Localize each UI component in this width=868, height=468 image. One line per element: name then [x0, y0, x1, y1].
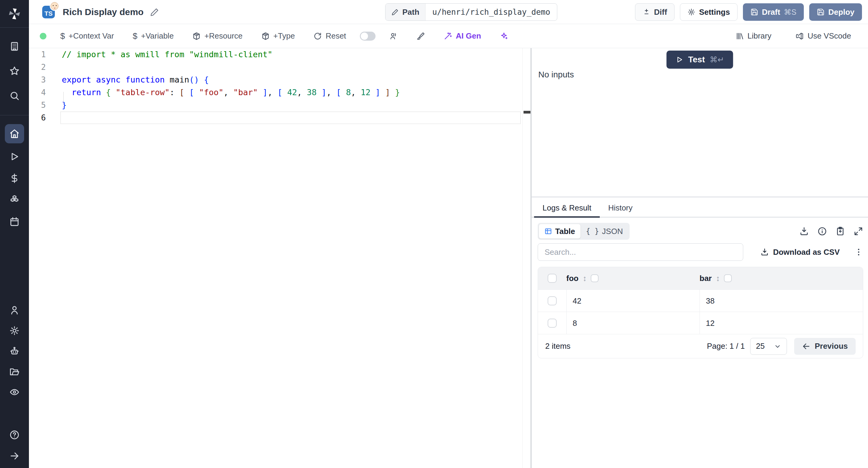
result-table: foo ↕ bar ↕ 4238812 2 items Page: 1 / 1 …	[538, 267, 863, 358]
sidebar-item-search[interactable]	[8, 89, 21, 102]
kebab-menu-icon[interactable]	[854, 247, 863, 257]
no-inputs-label: No inputs	[538, 70, 574, 79]
toolbar-right: Library Use VScode	[731, 31, 856, 41]
line-number: 3	[29, 73, 60, 86]
table-cell: 42	[566, 290, 700, 312]
reset-button[interactable]: Reset	[309, 31, 351, 41]
sidebar-item-settings[interactable]	[8, 324, 21, 337]
line-number: 1	[29, 48, 60, 61]
status-dot	[40, 33, 46, 39]
library-button[interactable]: Library	[731, 31, 776, 41]
tab-history[interactable]: History	[600, 198, 641, 217]
search-input[interactable]	[538, 243, 743, 261]
draft-button[interactable]: Draft ⌘S	[743, 3, 804, 21]
preview-panel: Test ⌘↵ No inputs Logs & Result History …	[532, 48, 868, 468]
arrow-left-icon	[802, 342, 810, 350]
table-cell: 8	[566, 312, 700, 334]
table-cell: 12	[700, 312, 863, 334]
reset-icon	[313, 32, 322, 40]
multiplayer-icon[interactable]	[384, 32, 403, 40]
result-controls: Table { } JSON	[538, 222, 863, 240]
magic-wand-icon	[444, 32, 452, 40]
sidebar-divider	[0, 115, 29, 115]
column-header-bar[interactable]: bar ↕	[700, 274, 863, 283]
sidebar-item-audit-logs[interactable]	[8, 386, 21, 399]
library-icon	[735, 32, 744, 40]
multiplayer-toggle[interactable]	[360, 32, 375, 41]
sidebar-item-workers[interactable]	[8, 344, 21, 358]
row-select-cell[interactable]	[538, 290, 566, 312]
sidebar-expand-icon[interactable]	[8, 449, 21, 463]
add-variable-button[interactable]: $ +Variable	[128, 31, 179, 41]
edit-summary-pencil-icon[interactable]	[150, 7, 159, 16]
use-vscode-button[interactable]: Use VScode	[790, 31, 856, 41]
row-checkbox[interactable]	[548, 296, 557, 305]
code-line[interactable]: // import * as wmill from "windmill-clie…	[62, 48, 273, 61]
result-tabs: Logs & Result History	[532, 199, 868, 218]
sidebar-item-workspace[interactable]	[8, 40, 21, 53]
chevron-down-icon	[774, 343, 781, 350]
path-button[interactable]: Path u/henri/rich_display_demo	[385, 3, 557, 21]
line-number: 6	[29, 111, 60, 124]
sidebar-item-home[interactable]	[5, 124, 24, 143]
previous-page-button[interactable]: Previous	[794, 338, 856, 355]
code-line[interactable]: export async function main() {	[62, 73, 209, 86]
sort-icon[interactable]: ↕	[583, 274, 587, 283]
windmill-logo-icon[interactable]	[0, 0, 29, 28]
sidebar-item-resources[interactable]	[8, 193, 21, 207]
deploy-button[interactable]: Deploy	[809, 3, 862, 21]
column-checkbox[interactable]	[591, 274, 598, 282]
view-toggle-table[interactable]: Table	[539, 224, 581, 238]
expand-icon[interactable]	[854, 227, 863, 236]
sparkles-icon[interactable]	[495, 32, 513, 40]
sidebar-item-users[interactable]	[8, 304, 21, 317]
code-line[interactable]: return { "table-row": [ [ "foo", "bar" ]…	[62, 86, 400, 99]
editor-toolbar: $ +Context Var $ +Variable +Resource +Ty…	[29, 24, 868, 48]
info-icon[interactable]	[817, 227, 827, 236]
view-toggle: Table { } JSON	[538, 223, 629, 240]
settings-button[interactable]: Settings	[680, 3, 738, 21]
diff-button[interactable]: Diff	[635, 3, 675, 21]
add-type-button[interactable]: +Type	[256, 31, 300, 41]
line-number: 2	[29, 61, 60, 73]
sidebar-item-variables[interactable]	[8, 172, 21, 185]
sidebar-item-folders[interactable]	[8, 365, 21, 378]
column-checkbox[interactable]	[724, 274, 732, 282]
typescript-badge: TS	[42, 6, 55, 19]
download-icon	[761, 248, 769, 256]
sidebar	[0, 0, 29, 468]
row-select-cell[interactable]	[538, 312, 566, 334]
code-editor[interactable]: 123456 // import * as wmill from "windmi…	[29, 48, 530, 468]
sidebar-item-help[interactable]	[8, 428, 21, 441]
sort-icon[interactable]: ↕	[716, 274, 720, 283]
play-icon	[675, 56, 683, 64]
format-brush-icon[interactable]	[412, 32, 430, 40]
table-row: 812	[538, 312, 863, 334]
table-icon	[544, 227, 552, 235]
download-csv-button[interactable]: Download as CSV	[761, 247, 840, 257]
overview-ruler-cursor-mark	[524, 111, 530, 113]
view-toggle-json[interactable]: { } JSON	[581, 224, 628, 238]
download-icon[interactable]	[799, 227, 809, 236]
test-button[interactable]: Test ⌘↵	[666, 51, 733, 69]
clipboard-copy-icon[interactable]	[835, 227, 845, 236]
code-line[interactable]: }	[62, 99, 67, 111]
sidebar-item-runs[interactable]	[8, 150, 21, 163]
column-header-foo[interactable]: foo ↕	[566, 274, 700, 283]
sidebar-item-schedules[interactable]	[8, 215, 21, 228]
windmill-script-editor: TS Rich Display demo Path u/henri/rich_d…	[0, 0, 868, 468]
horizontal-splitter[interactable]	[532, 196, 868, 198]
sidebar-item-favorites[interactable]	[8, 64, 21, 78]
row-checkbox[interactable]	[548, 319, 557, 328]
table-footer: 2 items Page: 1 / 1 25 Previous	[538, 334, 863, 358]
select-all-checkbox[interactable]	[548, 274, 557, 283]
ai-gen-button[interactable]: AI Gen	[439, 31, 486, 41]
toolbar-left: $ +Context Var $ +Variable +Resource +Ty…	[36, 31, 513, 41]
page-size-select[interactable]: 25	[750, 338, 787, 355]
add-resource-button[interactable]: +Resource	[187, 31, 247, 41]
select-all-cell[interactable]	[538, 274, 566, 283]
tab-logs-result[interactable]: Logs & Result	[534, 198, 600, 217]
add-context-var-button[interactable]: $ +Context Var	[56, 31, 119, 41]
items-count: 2 items	[545, 341, 570, 351]
path-label-segment: Path	[385, 4, 426, 21]
